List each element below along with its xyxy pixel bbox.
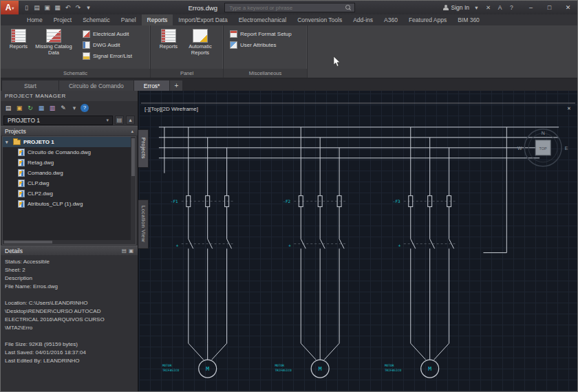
ribbon-tab-import-export[interactable]: Import/Export Data	[173, 14, 233, 25]
viewcube-west[interactable]: W	[517, 146, 522, 151]
misc-panel-title[interactable]: Miscellaneous	[224, 69, 307, 78]
edit-project-icon[interactable]: ✎	[58, 103, 68, 113]
help-icon[interactable]: ?	[81, 104, 89, 112]
open-icon[interactable]: ▤	[32, 2, 42, 13]
tree-item-dwg[interactable]: Atributos_CLP (1).dwg	[3, 199, 136, 209]
close-button[interactable]: ✕	[559, 1, 577, 14]
viewcube-north[interactable]: N	[542, 131, 545, 135]
panel-panel-title[interactable]: Panel	[151, 69, 223, 78]
folder-icon	[13, 140, 21, 145]
open-folder-icon[interactable]: ▤	[115, 116, 124, 124]
ribbon-tab-a360[interactable]: A360	[378, 14, 403, 25]
details-header-label: Details	[5, 248, 23, 254]
detail-line: File Name: Erros.dwg	[5, 283, 133, 291]
automatic-reports-button[interactable]: Automatic Reports	[185, 28, 215, 56]
tree-root-projeto1[interactable]: ▾ PROJETO 1	[3, 137, 136, 147]
plot-icon[interactable]: ▦	[52, 2, 63, 13]
tree-item-dwg[interactable]: Comando.dwg	[3, 168, 136, 178]
plot-publish-icon[interactable]: ▥	[47, 103, 57, 113]
sign-in-button[interactable]: Sign In	[451, 4, 469, 11]
ribbon-tab-home[interactable]: Home	[21, 14, 48, 25]
tree-item-dwg[interactable]: CLP2.dwg	[3, 188, 136, 199]
schematic-panel-title[interactable]: Schematic	[1, 69, 150, 78]
drawing-canvas[interactable]: [-][Top][2D Wireframe] ✕	[139, 91, 577, 391]
viewport-close-icon[interactable]: ✕	[567, 106, 571, 111]
missing-catalog-data-button[interactable]: Missing Catalog Data	[35, 28, 72, 56]
project-manager-toolbar: ▤ ▣ ↻ ▦ ▥ ✎ ▾ ?	[1, 101, 138, 114]
ribbon-tab-electromechanical[interactable]: Electromechanical	[233, 14, 292, 25]
report-format-setup-button[interactable]: Report Format Setup	[228, 30, 294, 39]
doc-tab-circuito-de-comando[interactable]: Circuito de Comando	[59, 80, 133, 91]
dwg-file-icon	[18, 159, 25, 166]
ribbon-tab-project[interactable]: Project	[48, 14, 77, 25]
exchange-apps-icon[interactable]: ✕	[482, 2, 494, 13]
viewcube-east[interactable]: E	[565, 146, 568, 151]
properties-icon[interactable]: ▤	[122, 248, 127, 254]
electrical-audit-button[interactable]: Electrical Audit	[81, 30, 134, 39]
ribbon-tab-add-ins[interactable]: Add-ins	[347, 14, 378, 25]
ribbon-tab-bim360[interactable]: BIM 360	[452, 14, 485, 25]
details-section-header[interactable]: Details ▤ ▣	[1, 246, 138, 255]
doc-tab-start[interactable]: Start	[2, 80, 58, 91]
reports-icon	[11, 29, 26, 43]
project-filter-icon[interactable]: ▾	[69, 103, 79, 113]
project-select[interactable]: PROJETO 1 ▾	[3, 116, 113, 125]
projects-section-header[interactable]: Projects ▴	[1, 126, 138, 135]
save-icon[interactable]: ▣	[42, 2, 52, 13]
help-icon[interactable]: ?	[506, 2, 517, 13]
ribbon-tab-featured-apps[interactable]: Featured Apps	[403, 14, 452, 25]
dwg-audit-button[interactable]: DWG Audit	[81, 41, 134, 50]
details-header-icons: ▤ ▣	[122, 248, 133, 254]
tree-item-dwg[interactable]: Retag.dwg	[3, 157, 136, 168]
detail-line: \MTA2\Erro	[5, 324, 133, 332]
qat-customize-icon[interactable]: ▾	[83, 2, 94, 13]
schematic-reports-button[interactable]: Reports	[3, 28, 34, 50]
ribbon-tab-conversion-tools[interactable]: Conversion Tools	[292, 14, 347, 25]
maximize-button[interactable]: □	[540, 1, 559, 14]
help-search-box[interactable]	[224, 3, 355, 12]
search-icon[interactable]	[345, 5, 352, 11]
application-menu-button[interactable]: A ▾	[1, 1, 19, 14]
ribbon-tab-panel[interactable]: Panel	[116, 14, 142, 25]
side-tab-projects[interactable]: Projects	[138, 129, 149, 168]
tree-horizontal-scrollbar[interactable]	[3, 240, 131, 244]
new-project-icon[interactable]: ▤	[3, 103, 13, 113]
viewport-controls[interactable]: [-][Top][2D Wireframe]	[144, 106, 198, 112]
signal-error-list-button[interactable]: Signal Error/List	[81, 52, 134, 61]
titlebar-filename: Erros.dwg	[181, 4, 224, 12]
detail-line: File Size: 92KB (95159 bytes)	[5, 340, 133, 349]
redo-icon[interactable]: ↷	[73, 2, 83, 13]
auto-hide-icon[interactable]: ▣	[129, 248, 133, 254]
side-tab-location-view[interactable]: Location View	[138, 199, 149, 249]
tree-item-label: Circuito de Comando.dwg	[28, 149, 91, 155]
palette-title[interactable]: PROJECT MANAGER	[1, 91, 138, 101]
doc-tab-erros[interactable]: Erros*	[134, 80, 170, 91]
contact-label: +	[398, 243, 401, 248]
ribbon-tab-schematic[interactable]: Schematic	[77, 14, 116, 25]
search-input[interactable]	[228, 4, 343, 12]
tree-vertical-scrollbar[interactable]	[131, 137, 136, 244]
tree-item-dwg[interactable]: Circuito de Comando.dwg	[3, 147, 136, 157]
undo-icon[interactable]: ↶	[63, 2, 73, 13]
signal-error-label: Signal Error/List	[93, 53, 132, 59]
expand-icon[interactable]: ▾	[6, 140, 10, 145]
open-project-icon[interactable]: ▣	[14, 103, 24, 113]
ribbon-tab-reports[interactable]: Reports	[142, 14, 173, 25]
collapse-icon[interactable]: ▴	[126, 116, 135, 124]
dwg-file-icon	[18, 200, 25, 208]
user-attributes-button[interactable]: User Attributes	[228, 41, 294, 50]
panel-reports-button[interactable]: Reports	[153, 28, 184, 50]
ribbon-panel-panel: Reports Automatic Reports Panel	[151, 25, 224, 78]
a360-icon[interactable]: A	[494, 2, 506, 13]
chevron-up-icon: ▴	[131, 129, 133, 134]
details-panel: Status: Accessible Sheet: 2 Description …	[1, 255, 138, 391]
motor-label: TRIFASICO	[162, 369, 180, 372]
new-drawing-tab-button[interactable]: +	[170, 80, 182, 91]
chevron-down-icon[interactable]: ▾	[471, 2, 482, 13]
tree-item-dwg[interactable]: CLP.dwg	[3, 178, 136, 188]
document-tabs: Start Circuito de Comando Erros* +	[1, 78, 577, 91]
project-snapshot-icon[interactable]: ▦	[36, 103, 46, 113]
minimize-button[interactable]: –	[522, 1, 540, 14]
refresh-icon[interactable]: ↻	[25, 103, 35, 113]
new-icon[interactable]: ▯	[21, 2, 32, 13]
